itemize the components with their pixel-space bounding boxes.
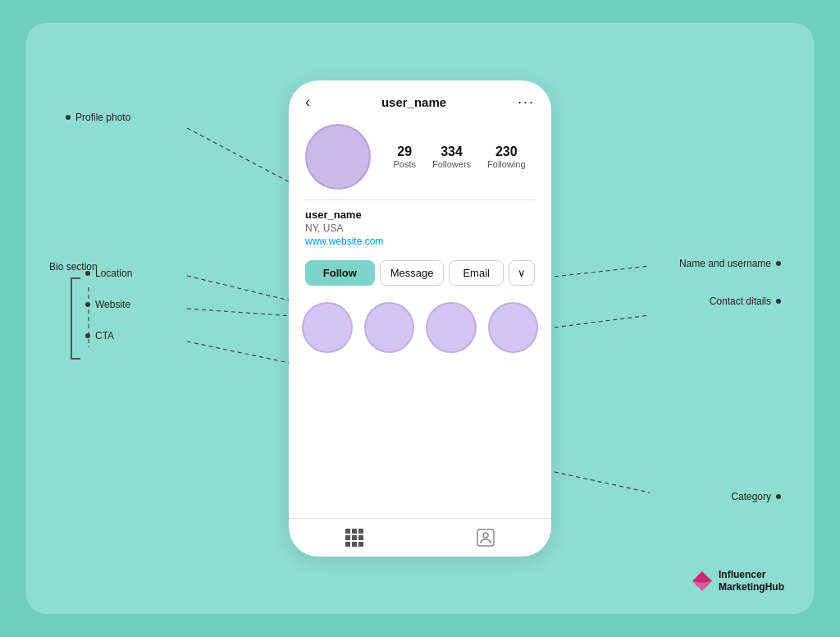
annotation-dot [66,115,71,120]
highlight-3[interactable] [426,302,477,353]
dropdown-button[interactable]: ∨ [509,260,535,286]
bio-bracket [71,277,80,360]
annotation-dot [85,271,90,276]
annotation-contact-details: Contact ditails [710,296,781,307]
svg-line-1 [187,276,293,301]
followers-count: 334 [441,144,463,159]
svg-line-5 [547,315,650,328]
annotation-dot [776,261,781,266]
grid-icon [345,529,363,547]
tab-grid[interactable] [289,529,420,547]
bio-location: NY, USA [305,222,535,234]
bio-username: user_name [305,209,535,221]
followers-label: Followers [432,159,471,169]
posts-count: 29 [397,144,412,159]
imh-logo: Influencer MarketingHub [691,569,784,594]
stat-following: 230 Following [487,144,525,169]
outer-card: Profile photo Bio section Location Websi… [26,23,814,614]
header-username: user_name [381,95,446,109]
action-buttons: Follow Message Email ∨ [289,260,551,296]
annotation-dot [85,302,90,307]
svg-marker-11 [692,571,712,583]
following-label: Following [487,159,525,169]
svg-line-4 [547,266,650,277]
phone-header: ‹ user_name ··· [289,80,551,117]
svg-point-9 [483,533,488,538]
message-button[interactable]: Message [380,260,445,286]
following-count: 230 [495,144,518,159]
annotation-name-username: Name and username [679,258,781,269]
annotation-dot [776,494,781,499]
annotation-dot [776,299,781,304]
avatar [305,124,371,190]
annotation-website: Website [85,299,130,310]
stats-row: 29 Posts 334 Followers 230 Following [384,144,535,169]
phone-mockup: ‹ user_name ··· 29 Posts 334 Followers 2… [289,80,551,557]
annotation-location: Location [85,268,132,279]
profile-section: 29 Posts 334 Followers 230 Following [289,117,551,199]
annotation-profile-photo: Profile photo [66,112,130,123]
posts-label: Posts [393,159,416,169]
svg-line-3 [187,341,293,364]
annotation-category: Category [731,491,781,502]
highlight-4[interactable] [488,302,539,353]
highlight-1[interactable] [302,302,353,353]
highlights-row [289,296,551,363]
person-tag-icon [477,529,495,547]
bio-section: user_name NY, USA www.website.com [289,200,551,260]
imh-diamond-icon [691,570,714,593]
annotation-cta: CTA [85,330,114,341]
imh-brand-text: Influencer MarketingHub [719,569,784,594]
more-button[interactable]: ··· [518,94,535,111]
bio-website[interactable]: www.website.com [305,236,535,247]
back-button[interactable]: ‹ [305,94,310,111]
highlight-2[interactable] [364,302,415,353]
email-button[interactable]: Email [449,260,504,286]
stat-posts: 29 Posts [393,144,416,169]
tab-bar [289,518,551,557]
tab-tagged[interactable] [420,529,551,547]
annotation-dot [85,333,90,338]
svg-line-6 [547,470,650,493]
stat-followers: 334 Followers [432,144,471,169]
follow-button[interactable]: Follow [305,260,375,286]
svg-line-2 [187,309,293,316]
svg-line-0 [187,128,291,183]
